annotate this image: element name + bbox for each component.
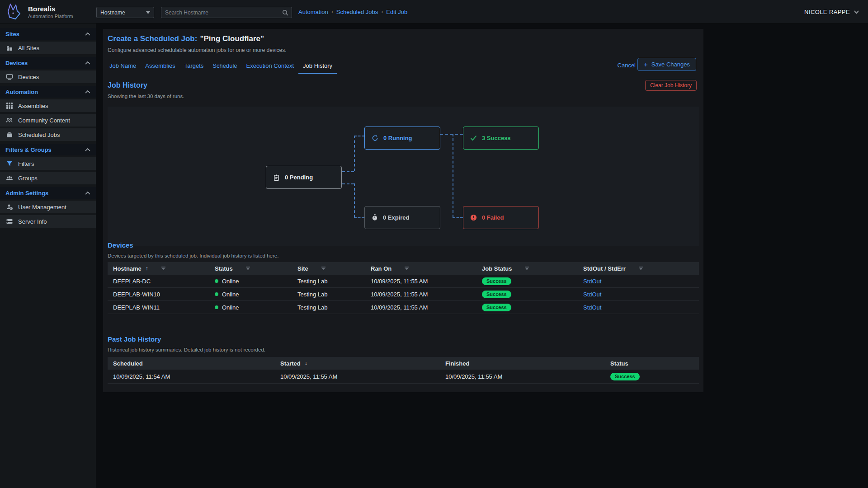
failed-count: 0 Failed	[482, 214, 504, 221]
sidebar-item-label: All Sites	[18, 45, 39, 52]
sidebar-item-label: Groups	[18, 175, 38, 182]
online-dot	[215, 279, 218, 283]
chevron-down-icon	[146, 11, 150, 14]
sidebar-section-filters-groups[interactable]: Filters & Groups	[0, 144, 96, 155]
brand: Borealis Automation Platform	[4, 1, 73, 22]
online-dot	[215, 292, 218, 296]
app-subtitle: Automation Platform	[28, 14, 73, 19]
column-header-stdout[interactable]: StdOut / StdErr	[578, 262, 699, 275]
page-title-prefix: Create a Scheduled Job:	[108, 34, 197, 43]
stdout-link[interactable]: StdOut	[583, 291, 601, 298]
success-count: 3 Success	[482, 135, 511, 141]
column-header-job-status[interactable]: Job Status	[476, 262, 578, 275]
column-header-hostname[interactable]: Hostname ↑	[108, 262, 209, 275]
save-changes-button[interactable]: + Save Changes	[637, 58, 696, 71]
sidebar-item-label: Server Info	[18, 218, 47, 225]
table-row: DEEPLAB-DC Online Testing Lab 10/09/2025…	[108, 275, 699, 288]
sidebar-item-user-management[interactable]: User Management	[0, 201, 96, 213]
breadcrumb-scheduled-jobs[interactable]: Scheduled Jobs	[336, 9, 378, 15]
cell-hostname: DEEPLAB-WIN10	[108, 288, 209, 300]
pending-icon	[273, 174, 280, 181]
flow-connector	[354, 136, 355, 171]
timer-icon	[372, 214, 378, 221]
breadcrumb-automation[interactable]: Automation	[298, 9, 328, 15]
flow-connector	[440, 134, 463, 135]
pending-count: 0 Pending	[285, 174, 313, 181]
sidebar-item-groups[interactable]: Groups	[0, 172, 96, 184]
server-info-icon	[6, 218, 13, 225]
breadcrumb-edit-job[interactable]: Edit Job	[386, 9, 407, 15]
expired-count: 0 Expired	[383, 214, 410, 221]
filter-icon[interactable]	[160, 266, 166, 271]
filter-icon[interactable]	[404, 266, 410, 271]
cell-status: Online	[209, 288, 292, 300]
cell-stdout: StdOut	[578, 275, 699, 287]
sidebar-item-community-content[interactable]: Community Content	[0, 114, 96, 127]
filter-icon[interactable]	[321, 266, 326, 271]
cell-site: Testing Lab	[292, 301, 365, 314]
cell-site: Testing Lab	[292, 275, 365, 287]
chevron-up-icon	[85, 90, 90, 94]
column-header-scheduled[interactable]: Scheduled	[108, 357, 275, 370]
column-header-status[interactable]: Status	[605, 357, 699, 370]
cancel-button[interactable]: Cancel	[618, 62, 636, 69]
column-label: Finished	[445, 360, 469, 367]
cell-hostname: DEEPLAB-WIN11	[108, 301, 209, 314]
clear-job-history-button[interactable]: Clear Job History	[645, 80, 697, 91]
tab-assemblies[interactable]: Assemblies	[141, 60, 179, 74]
tab-job-name[interactable]: Job Name	[105, 60, 141, 74]
stdout-link[interactable]: StdOut	[583, 278, 601, 285]
section-label: Filters & Groups	[5, 146, 52, 153]
search-input[interactable]	[161, 9, 282, 16]
sidebar-item-scheduled-jobs[interactable]: Scheduled Jobs	[0, 128, 96, 141]
sidebar-item-assemblies[interactable]: Assemblies	[0, 99, 96, 112]
sidebar-item-devices[interactable]: Devices	[0, 70, 96, 83]
sort-desc-icon[interactable]: ↓	[305, 360, 307, 366]
tab-targets[interactable]: Targets	[180, 60, 208, 74]
sidebar-section-automation[interactable]: Automation	[0, 86, 96, 98]
scheduled-jobs-icon	[6, 131, 13, 138]
filter-icon[interactable]	[245, 266, 251, 271]
tab-job-history[interactable]: Job History	[298, 60, 337, 74]
flow-connector	[342, 183, 354, 184]
cell-finished: 10/09/2025, 11:55 AM	[440, 370, 605, 383]
running-status-box: 0 Running	[364, 127, 440, 150]
chevron-down-icon	[854, 10, 859, 14]
column-header-ran-on[interactable]: Ran On	[365, 262, 476, 275]
column-header-status[interactable]: Status	[209, 262, 292, 275]
main-panel: Create a Scheduled Job:"Ping Cloudflare"…	[103, 29, 703, 392]
column-header-started[interactable]: Started ↓	[275, 357, 440, 370]
user-menu[interactable]: NICOLE RAPPE	[804, 0, 859, 23]
past-table-header: Scheduled Started ↓ Finished Status	[108, 357, 699, 370]
sidebar-item-all-sites[interactable]: All Sites	[0, 42, 96, 54]
tab-execution-context[interactable]: Execution Context	[242, 60, 299, 74]
search-icon[interactable]	[282, 9, 292, 16]
breadcrumb: Automation › Scheduled Jobs › Edit Job	[298, 0, 407, 23]
cell-status: Online	[209, 301, 292, 314]
running-count: 0 Running	[383, 135, 412, 141]
filter-icon[interactable]	[524, 266, 530, 271]
chevron-up-icon	[85, 191, 90, 195]
cell-ran-on: 10/09/2025, 11:55 AM	[365, 288, 476, 300]
chevron-up-icon	[85, 61, 90, 65]
tab-schedule[interactable]: Schedule	[208, 60, 241, 74]
running-sync-icon	[372, 135, 378, 141]
cell-started: 10/09/2025, 11:55 AM	[275, 370, 440, 383]
stdout-link[interactable]: StdOut	[583, 304, 601, 311]
filter-icon[interactable]	[638, 266, 644, 271]
past-job-history-subheading: Historical job history summaries. Detail…	[108, 347, 265, 352]
job-name: "Ping Cloudflare"	[200, 34, 264, 43]
column-header-finished[interactable]: Finished	[440, 357, 605, 370]
status-badge: Success	[610, 373, 640, 380]
hostname-select-value: Hostname	[100, 9, 125, 16]
cell-stdout: StdOut	[578, 288, 699, 300]
sort-asc-icon[interactable]: ↑	[146, 265, 148, 272]
sidebar-section-devices[interactable]: Devices	[0, 57, 96, 69]
sidebar-item-server-info[interactable]: Server Info	[0, 215, 96, 228]
hostname-select[interactable]: Hostname	[96, 7, 154, 18]
sidebar-section-sites[interactable]: Sites	[0, 28, 96, 40]
sidebar-section-admin-settings[interactable]: Admin Settings	[0, 187, 96, 199]
column-header-site[interactable]: Site	[292, 262, 365, 275]
success-status-box: 3 Success	[463, 127, 539, 150]
sidebar-item-filters[interactable]: Filters	[0, 157, 96, 170]
